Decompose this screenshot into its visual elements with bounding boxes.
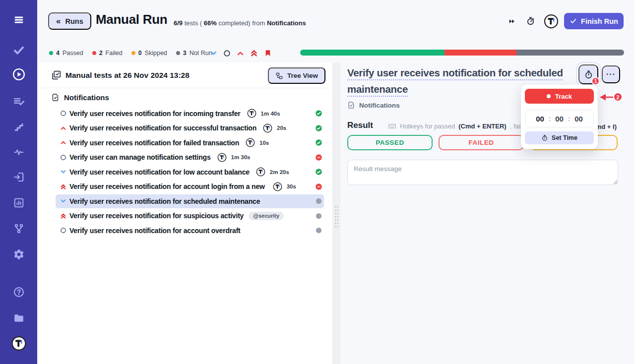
sidebar-item-pulse[interactable]: [13, 146, 25, 158]
status-notrun-icon: [315, 227, 322, 234]
priority-high-icon: [60, 139, 66, 146]
sidebar-item-settings[interactable]: [13, 248, 25, 260]
folder-icon: [12, 312, 25, 324]
priority-none-icon: [60, 110, 66, 117]
sidebar-item-runs[interactable]: [12, 67, 26, 81]
list-check-icon: [12, 95, 25, 108]
back-to-runs-button[interactable]: « Runs: [48, 12, 91, 30]
test-rows: Verify user receives notification for in…: [37, 106, 332, 238]
import-icon: [13, 171, 25, 183]
counter-passed[interactable]: 4 Passed: [49, 50, 83, 57]
status-failed-icon: [315, 183, 322, 190]
suite-header[interactable]: Notifications: [51, 93, 109, 102]
help-circle-icon: [13, 286, 25, 298]
test-row[interactable]: Verify user receives notification for su…: [37, 121, 332, 136]
priority-highest-icon: [60, 213, 66, 219]
test-row-selected[interactable]: Verify user receives notification for sc…: [37, 194, 332, 209]
finish-run-label: Finish Run: [581, 17, 618, 25]
filter-priority-highest-icon[interactable]: [250, 49, 258, 57]
hotkeys-text: Hotkeys for passed: [400, 122, 455, 130]
check-icon: [12, 44, 25, 57]
record-dot-icon: [547, 94, 551, 98]
test-tag: @security: [249, 212, 284, 220]
sidebar-item-steps[interactable]: [13, 121, 25, 132]
sidebar-item-analytics[interactable]: [13, 197, 25, 209]
test-row[interactable]: Verify user receives notification for fa…: [37, 135, 332, 150]
stats-text2: completed) from: [218, 19, 265, 27]
time-input[interactable]: 00 : 00 : 00: [525, 110, 594, 127]
test-row[interactable]: Verify user receives notification for ac…: [37, 180, 332, 194]
time-colon: :: [568, 115, 570, 122]
play-circle-icon: [12, 67, 26, 81]
tree-view-label: Tree View: [287, 72, 318, 79]
priority-none-icon: [60, 227, 66, 234]
bar-chart-icon: [13, 197, 25, 209]
test-title: Verify user receives notification for sc…: [69, 197, 260, 205]
sidebar-item-projects[interactable]: [12, 312, 25, 324]
priority-none-icon: [60, 154, 66, 161]
test-title: Verify user receives notification for su…: [69, 124, 256, 132]
counter-skipped[interactable]: 0 Skipped: [131, 50, 167, 57]
test-row[interactable]: Verify user receives notification for lo…: [37, 165, 332, 180]
priority-low-icon: [60, 169, 66, 175]
result-message-input[interactable]: [347, 160, 618, 185]
sidebar: [0, 0, 37, 364]
counter-failed[interactable]: 2 Failed: [92, 50, 123, 57]
test-row[interactable]: Verify user receives notification for ac…: [37, 223, 332, 238]
sidebar-item-tests[interactable]: [12, 44, 25, 57]
notrun-label: Not Run: [190, 50, 212, 57]
filter-priority-low-icon[interactable]: [210, 50, 217, 57]
status-notrun-icon: [315, 197, 322, 205]
sidebar-item-branches[interactable]: [13, 223, 25, 235]
run-panel-title: Manual tests at 26 Nov 2024 13:28: [65, 71, 190, 80]
test-row[interactable]: Verify user receives notification for in…: [37, 106, 332, 121]
progress-failed-segment: [444, 50, 516, 56]
test-duration: 2m 20s: [270, 169, 289, 175]
time-colon: :: [549, 115, 551, 122]
app-logo-icon[interactable]: [544, 14, 559, 29]
more-options-button[interactable]: ···: [602, 65, 620, 83]
time-hours[interactable]: 00: [536, 115, 544, 123]
sidebar-item-plans[interactable]: [12, 95, 25, 108]
sidebar-item-help[interactable]: [13, 286, 25, 298]
timer-history-icon[interactable]: [526, 16, 535, 26]
sidebar-item-import[interactable]: [13, 171, 25, 183]
test-row[interactable]: Verify user receives notification for su…: [37, 209, 332, 224]
progress-passed-segment: [300, 50, 444, 56]
passed-button[interactable]: PASSED: [347, 135, 433, 150]
panel-resize-divider[interactable]: [332, 62, 340, 364]
menu-icon[interactable]: [13, 14, 25, 26]
test-duration: 10s: [259, 140, 269, 146]
filter-priority-none-icon[interactable]: [223, 50, 231, 57]
fast-forward-icon[interactable]: [508, 17, 516, 25]
passed-label: Passed: [63, 50, 83, 57]
set-time-button[interactable]: Set Time: [525, 131, 594, 144]
filter-bookmark-icon[interactable]: [264, 49, 272, 57]
finish-run-button[interactable]: Finish Run: [564, 13, 624, 29]
test-title: Verify user receives notification for ac…: [69, 227, 241, 235]
track-button[interactable]: Track: [525, 89, 594, 104]
test-duration: 1m 40s: [261, 111, 280, 117]
failed-dot-icon: [92, 51, 96, 55]
testomat-logo-icon: [273, 182, 282, 191]
test-row[interactable]: Verify user can manage notification sett…: [37, 150, 332, 165]
tree-view-button[interactable]: Tree View: [268, 67, 325, 84]
page-title: Manual Run: [96, 12, 167, 27]
failed-button[interactable]: FAILED: [439, 135, 524, 150]
testomat-logo-icon: [246, 138, 255, 147]
tree-icon: [275, 72, 283, 80]
filter-priority-high-icon[interactable]: [237, 50, 244, 57]
detail-suite-breadcrumb[interactable]: Notifications: [347, 101, 400, 109]
testomat-logo-icon: [217, 153, 227, 162]
time-minutes[interactable]: 00: [555, 115, 564, 123]
steps-icon: [13, 121, 25, 132]
result-heading: Result: [347, 121, 373, 130]
time-seconds[interactable]: 00: [574, 115, 583, 123]
stopwatch-icon: [584, 70, 593, 79]
set-time-label: Set Time: [552, 134, 577, 141]
priority-highest-icon: [60, 183, 66, 190]
track-label: Track: [555, 93, 572, 100]
counter-notrun[interactable]: 3 Not Run: [176, 50, 212, 57]
status-passed-icon: [315, 168, 322, 176]
brand-logo-icon[interactable]: [11, 336, 26, 351]
